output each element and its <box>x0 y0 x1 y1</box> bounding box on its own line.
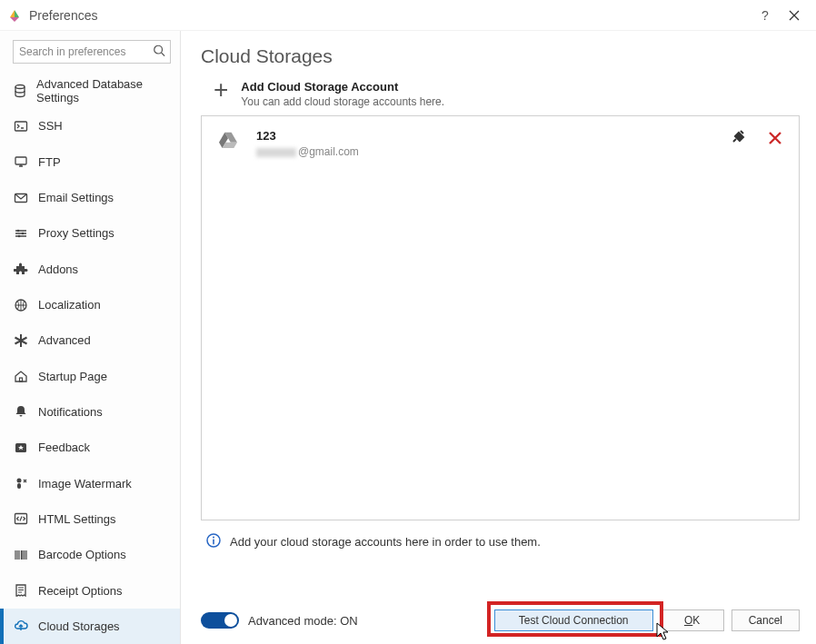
sidebar-item-label: Notifications <box>38 405 103 419</box>
sidebar-item-label: Localization <box>38 298 101 312</box>
test-cloud-connection-button[interactable]: Test Cloud Connection <box>494 609 653 631</box>
sidebar-item-label: Cloud Storages <box>38 619 120 633</box>
sidebar: Advanced Database Settings SSH FTP Email… <box>0 31 181 644</box>
add-subtitle: You can add cloud storage accounts here. <box>241 95 444 108</box>
account-row[interactable]: 123 @gmail.com <box>202 116 799 167</box>
search-icon <box>153 45 165 60</box>
watermark-icon <box>13 475 29 491</box>
barcode-icon <box>13 547 29 563</box>
sidebar-item-label: SSH <box>38 119 63 133</box>
home-icon <box>13 368 29 384</box>
svg-rect-20 <box>213 540 214 545</box>
account-name: 123 <box>256 129 359 143</box>
add-title: Add Cloud Storage Account <box>241 80 444 94</box>
sidebar-item-label: FTP <box>38 155 61 169</box>
code-icon <box>13 510 29 527</box>
advanced-mode-toggle[interactable] <box>201 612 239 629</box>
sidebar-item-label: Addons <box>38 263 78 276</box>
svg-point-12 <box>17 479 22 483</box>
star-badge-icon <box>13 440 29 456</box>
svg-rect-3 <box>15 122 27 131</box>
cloud-upload-icon <box>13 618 29 634</box>
svg-rect-13 <box>17 483 21 489</box>
sidebar-item-localization[interactable]: Localization <box>0 287 180 322</box>
svg-point-6 <box>17 230 20 233</box>
sidebar-item-addons[interactable]: Addons <box>0 252 180 287</box>
sidebar-item-label: Barcode Options <box>38 548 126 561</box>
footer-bar: Advanced mode: ON Test Cloud Connection … <box>201 609 800 631</box>
plus-icon: + <box>214 80 228 100</box>
sidebar-item-label: Image Watermark <box>38 477 132 490</box>
sidebar-item-label: Receipt Options <box>38 584 123 598</box>
svg-rect-4 <box>15 157 26 164</box>
sidebar-item-label: Feedback <box>38 441 90 454</box>
sidebar-item-image-watermark[interactable]: Image Watermark <box>0 465 180 500</box>
sidebar-item-feedback[interactable]: Feedback <box>0 430 180 465</box>
google-drive-icon <box>218 131 238 152</box>
sidebar-item-receipt-options[interactable]: Receipt Options <box>0 572 180 608</box>
sidebar-item-proxy-settings[interactable]: Proxy Settings <box>0 215 180 251</box>
sidebar-item-advanced-database-settings[interactable]: Advanced Database Settings <box>0 73 180 108</box>
titlebar: Preferences ? <box>0 0 816 31</box>
svg-point-0 <box>154 45 163 54</box>
delete-account-button[interactable] <box>768 129 782 150</box>
terminal-icon <box>13 118 29 134</box>
proxy-icon <box>13 225 29 242</box>
sidebar-item-html-settings[interactable]: HTML Settings <box>0 501 180 537</box>
sidebar-item-label: Startup Page <box>38 370 107 383</box>
accounts-list: 123 @gmail.com <box>201 115 800 520</box>
page-title: Cloud Storages <box>201 45 800 67</box>
database-icon <box>13 83 27 99</box>
sidebar-item-ssh[interactable]: SSH <box>0 108 180 144</box>
sidebar-item-label: HTML Settings <box>38 512 116 526</box>
sidebar-item-email-settings[interactable]: Email Settings <box>0 180 180 215</box>
sidebar-item-label: Advanced Database Settings <box>36 77 171 104</box>
content-area: Cloud Storages + Add Cloud Storage Accou… <box>181 31 816 644</box>
svg-point-7 <box>22 233 25 235</box>
info-icon <box>206 533 221 550</box>
cancel-button[interactable]: Cancel <box>731 609 800 631</box>
account-email: @gmail.com <box>256 145 359 158</box>
sidebar-item-barcode-options[interactable]: Barcode Options <box>0 537 180 572</box>
info-text: Add your cloud storage accounts here in … <box>230 535 541 549</box>
asterisk-icon <box>13 332 29 349</box>
svg-point-19 <box>213 537 214 539</box>
search-input[interactable] <box>13 40 171 64</box>
bell-icon <box>13 403 29 420</box>
ok-button[interactable]: OK <box>661 609 724 631</box>
sidebar-item-label: Proxy Settings <box>38 226 114 240</box>
puzzle-icon <box>13 261 29 277</box>
close-button[interactable] <box>780 3 809 28</box>
sidebar-item-cloud-storages[interactable]: Cloud Storages <box>0 609 180 644</box>
globe-icon <box>13 297 29 313</box>
add-cloud-account-button[interactable]: + Add Cloud Storage Account You can add … <box>201 80 800 115</box>
help-button[interactable]: ? <box>751 3 780 28</box>
email-icon <box>13 190 29 206</box>
receipt-icon <box>13 582 29 599</box>
advanced-mode-label: Advanced mode: ON <box>248 614 358 628</box>
sidebar-item-ftp[interactable]: FTP <box>0 144 180 180</box>
svg-line-1 <box>162 53 165 56</box>
svg-point-8 <box>18 235 21 238</box>
search-wrap <box>13 40 171 64</box>
window-title: Preferences <box>29 8 751 23</box>
info-row: Add your cloud storage accounts here in … <box>206 533 800 550</box>
sidebar-item-notifications[interactable]: Notifications <box>0 394 180 430</box>
connect-icon[interactable] <box>731 129 750 150</box>
sidebar-item-advanced[interactable]: Advanced <box>0 322 180 358</box>
sidebar-item-label: Advanced <box>38 333 91 347</box>
sidebar-item-label: Email Settings <box>38 191 114 204</box>
app-logo-icon <box>7 8 22 23</box>
svg-point-2 <box>15 84 25 88</box>
ftp-icon <box>13 154 29 170</box>
sidebar-item-startup-page[interactable]: Startup Page <box>0 359 180 394</box>
